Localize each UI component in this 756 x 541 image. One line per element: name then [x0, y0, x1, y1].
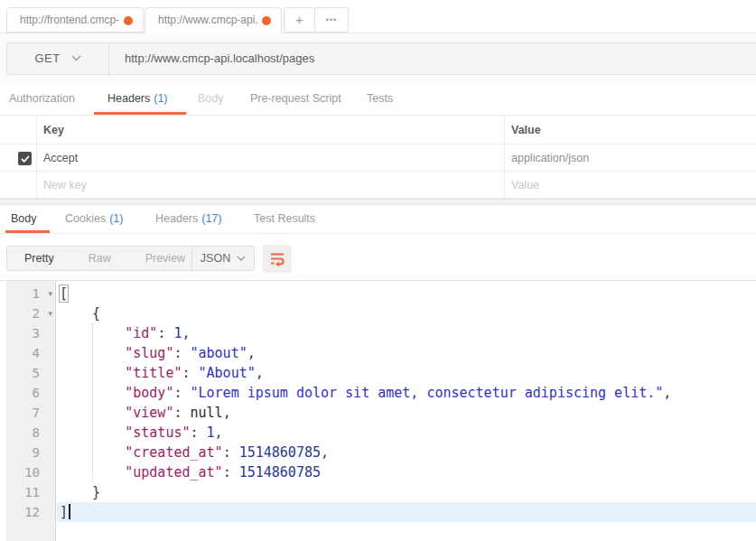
new-key-input[interactable]: New key [43, 172, 87, 199]
header-row-new: New key Value [0, 172, 756, 199]
code-line[interactable]: [ [57, 284, 756, 303]
line-number[interactable]: 11 [6, 482, 55, 502]
line-number[interactable]: 2▾ [6, 303, 55, 323]
code-line[interactable]: "slug": "about", [57, 343, 756, 363]
wrap-text-icon [269, 251, 285, 267]
code-line[interactable]: { [57, 303, 756, 323]
unsaved-changes-dot-icon [124, 16, 133, 25]
tab-response-headers[interactable]: Headers(17) [155, 205, 221, 234]
line-number[interactable]: 8 [6, 423, 55, 443]
text-cursor [69, 504, 70, 519]
headers-count-badge: (1) [154, 92, 167, 105]
code-line[interactable]: "updated_at": 1514860785 [57, 462, 756, 482]
tab-body[interactable]: Body [198, 82, 224, 116]
pretty-button[interactable]: Pretty [7, 247, 71, 270]
gutter: 1▾2▾3456789101112 [6, 281, 56, 541]
line-number[interactable]: 1▾ [6, 284, 55, 303]
fold-arrow-icon[interactable]: ▾ [48, 303, 52, 323]
language-label: JSON [201, 252, 230, 265]
view-mode-group: Pretty Raw Preview [6, 246, 203, 271]
cookies-count-badge: (1) [109, 212, 123, 225]
section-divider-band [0, 199, 756, 205]
response-toolbar: Pretty Raw Preview JSON [0, 234, 756, 280]
active-response-tab-underline [5, 230, 50, 233]
postman-window: http://frontend.cmcp- http://www.cmcp-ap… [0, 0, 756, 541]
code-lines: [ { "id": 1, "slug": "about", "title": "… [57, 284, 756, 522]
request-tab-bar: http://frontend.cmcp- http://www.cmcp-ap… [0, 0, 756, 33]
response-tabs: Body Cookies(1) Headers(17) Test Results [0, 205, 756, 234]
code-line[interactable]: "body": "Lorem ipsum dolor sit amet, con… [57, 383, 756, 403]
request-tab-title: http://www.cmcp-api. [158, 14, 258, 26]
request-tab-frontend[interactable]: http://frontend.cmcp- [6, 7, 144, 33]
url-input[interactable]: http://www.cmcp-api.localhost/pages [110, 43, 756, 74]
request-url-section: GET http://www.cmcp-api.localhost/pages [0, 33, 756, 82]
new-tab-button[interactable]: + [284, 7, 315, 33]
tab-headers[interactable]: Headers(1) [107, 82, 168, 116]
method-label: GET [34, 51, 60, 65]
header-row-accept: Accept application/json [0, 145, 756, 172]
check-icon [21, 155, 30, 163]
request-bar: GET http://www.cmcp-api.localhost/pages [6, 42, 756, 75]
language-dropdown[interactable]: JSON [191, 246, 255, 271]
tab-authorization[interactable]: Authorization [9, 82, 75, 116]
wrap-text-button[interactable] [263, 245, 292, 273]
code-line[interactable]: "id": 1, [57, 323, 756, 343]
line-number[interactable]: 10 [6, 462, 55, 482]
line-number[interactable]: 5 [6, 363, 55, 383]
header-value-cell[interactable]: application/json [511, 145, 589, 172]
table-column-divider [504, 116, 505, 199]
chevron-down-icon [71, 55, 81, 61]
fold-arrow-icon[interactable]: ▾ [48, 284, 52, 303]
code-line[interactable]: ] [57, 502, 756, 522]
line-number[interactable]: 4 [6, 343, 55, 363]
response-headers-count-badge: (17) [201, 212, 221, 225]
unsaved-changes-dot-icon [262, 16, 271, 25]
tab-test-results[interactable]: Test Results [254, 205, 315, 234]
request-subtabs: Authorization Headers(1) Body Pre-reques… [0, 82, 756, 116]
code-line[interactable]: "created_at": 1514860785, [57, 443, 756, 462]
value-column-header: Value [511, 116, 541, 145]
chevron-down-icon [237, 256, 246, 261]
ellipsis-icon: ••• [326, 15, 337, 24]
new-value-input[interactable]: Value [511, 172, 539, 199]
headers-table-header-row: Key Value [0, 116, 756, 145]
header-key-cell[interactable]: Accept [43, 145, 78, 172]
code-line[interactable]: "status": 1, [57, 423, 756, 443]
more-tabs-button[interactable]: ••• [314, 7, 349, 33]
header-enabled-checkbox[interactable] [18, 152, 32, 165]
code-line[interactable]: "title": "About", [57, 363, 756, 383]
tab-tests[interactable]: Tests [367, 82, 393, 116]
request-tab-title: http://frontend.cmcp- [20, 14, 119, 26]
tab-response-cookies[interactable]: Cookies(1) [65, 205, 123, 234]
response-body-editor: 1▾2▾3456789101112 [ { "id": 1, "slug": "… [0, 280, 756, 541]
table-column-divider [36, 116, 37, 199]
line-number[interactable]: 6 [6, 383, 55, 403]
raw-button[interactable]: Raw [71, 247, 128, 270]
plus-icon: + [295, 12, 303, 27]
method-dropdown[interactable]: GET [7, 43, 109, 74]
line-number[interactable]: 7 [6, 403, 55, 423]
line-number[interactable]: 12 [6, 502, 55, 522]
line-number[interactable]: 3 [6, 323, 55, 343]
active-tab-underline [94, 112, 186, 115]
code-line[interactable]: } [57, 482, 756, 502]
code-line[interactable]: "view": null, [57, 403, 756, 423]
tab-pre-request-script[interactable]: Pre-request Script [250, 82, 341, 116]
code-area[interactable]: [ { "id": 1, "slug": "about", "title": "… [57, 281, 756, 541]
line-number[interactable]: 9 [6, 443, 55, 462]
request-tab-api[interactable]: http://www.cmcp-api. [145, 7, 282, 33]
key-column-header: Key [43, 116, 64, 145]
